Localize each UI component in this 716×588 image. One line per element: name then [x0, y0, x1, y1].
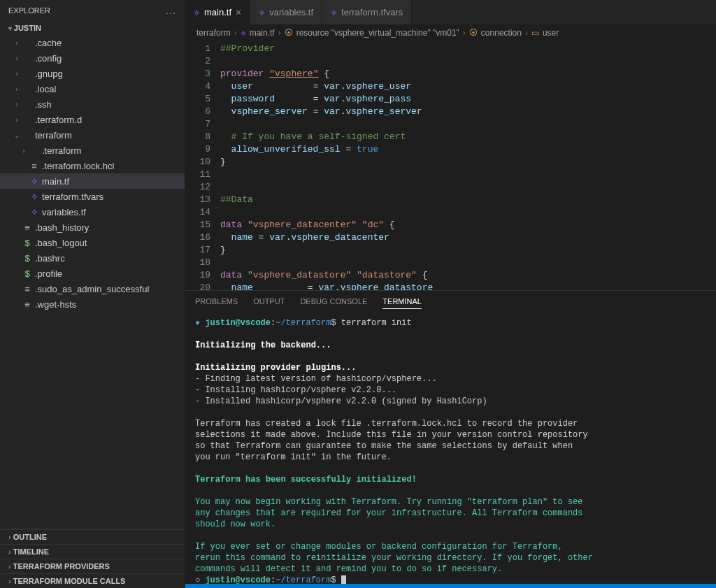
code-line[interactable]: ##Data: [220, 194, 716, 206]
line-number: 17: [185, 244, 210, 257]
panel-tab-debug-console[interactable]: DEBUG CONSOLE: [300, 294, 367, 308]
status-bar[interactable]: [185, 584, 716, 588]
panel-tab-problems[interactable]: PROBLEMS: [195, 294, 238, 308]
code-line[interactable]: [220, 257, 716, 269]
project-name[interactable]: JUSTIN: [0, 21, 185, 35]
tree-item-label: .wget-hsts: [35, 299, 76, 310]
tree-item-bashrc[interactable]: $.bashrc: [0, 250, 185, 266]
tree-item-config[interactable]: ›.config: [0, 50, 185, 66]
tree-item-ssh[interactable]: ›.ssh: [0, 96, 185, 112]
code-line[interactable]: [220, 118, 716, 131]
tree-item-terraformtfvars[interactable]: ⟡terraform.tfvars: [0, 189, 185, 204]
terminal-line: - Finding latest version of hashicorp/vs…: [195, 373, 706, 385]
terminal-line: you run "terraform init" in the future.: [195, 452, 706, 463]
tree-item-label: .gnupg: [35, 69, 63, 79]
breadcrumb-segment[interactable]: terraform: [196, 28, 231, 38]
terraform-icon: ⟡: [28, 206, 41, 217]
sidebar: EXPLORER … JUSTIN ›.cache›.config›.gnupg…: [0, 0, 185, 588]
breadcrumb-segment[interactable]: resource "vsphere_virtual_machine" "vm01…: [296, 28, 459, 38]
sidebar-panel-terraform-providers[interactable]: TERRAFORM PROVIDERS: [0, 559, 185, 573]
breadcrumb-segment[interactable]: main.tf: [250, 28, 275, 38]
code-line[interactable]: password = var.vsphere_pass: [220, 93, 716, 106]
file-icon: ≡: [21, 299, 34, 310]
more-icon[interactable]: …: [165, 4, 176, 17]
tree-item-wget-hsts[interactable]: ≡.wget-hsts: [0, 296, 185, 312]
tree-item-bash_logout[interactable]: $.bash_logout: [0, 235, 185, 250]
code-line[interactable]: # If you have a self-signed cert: [220, 131, 716, 143]
terminal-line: [195, 351, 706, 362]
tree-item-label: .profile: [35, 268, 62, 279]
line-number: 13: [185, 194, 210, 206]
sidebar-panel-timeline[interactable]: TIMELINE: [0, 544, 185, 559]
chevron-icon: ›: [13, 39, 21, 47]
line-number: 6: [185, 106, 210, 118]
code-line[interactable]: allow_unverified_ssl = true: [220, 143, 716, 156]
tree-item-terraform[interactable]: ›.terraform: [0, 143, 185, 158]
line-number: 15: [185, 219, 210, 231]
code-line[interactable]: name = var.vsphere_datacenter: [220, 231, 716, 244]
tree-item-maintf[interactable]: ⟡main.tf: [0, 173, 185, 189]
chevron-icon: ›: [13, 101, 21, 108]
terminal-line: so that Terraform can guarantee to make …: [195, 440, 706, 452]
sidebar-panel-outline[interactable]: OUTLINE: [0, 529, 185, 544]
tab-variables-tf[interactable]: ⟡variables.tf: [250, 0, 322, 24]
tree-item-cache[interactable]: ›.cache: [0, 35, 185, 50]
symbol-variable-icon: ▭: [531, 28, 539, 38]
line-number: 12: [185, 181, 210, 194]
tree-item-bash_history[interactable]: ≡.bash_history: [0, 220, 185, 235]
code-line[interactable]: user = var.vsphere_user: [220, 80, 716, 93]
editor[interactable]: 123456789101112131415161718192021 ##Prov…: [185, 41, 716, 290]
tree-item-terraformd[interactable]: ›.terraform.d: [0, 112, 185, 127]
terminal[interactable]: ● justin@vscode:~/terraform$ terraform i…: [185, 312, 716, 584]
code-line[interactable]: [220, 55, 716, 68]
tree-item-terraform[interactable]: ⌄terraform: [0, 127, 185, 143]
code-line[interactable]: vsphere_server = var.vsphere_server: [220, 106, 716, 118]
line-number: 1: [185, 43, 210, 55]
chevron-icon: ›: [20, 147, 28, 155]
file-tree: ›.cache›.config›.gnupg›.local›.ssh›.terr…: [0, 35, 185, 529]
terminal-line: ● justin@vscode:~/terraform$ terraform i…: [195, 317, 706, 329]
panel-tab-terminal[interactable]: TERMINAL: [382, 294, 422, 309]
tree-item-label: .bash_history: [35, 222, 89, 233]
code-line[interactable]: ##Provider: [220, 43, 716, 55]
prompt-path: ~/terraform: [275, 318, 331, 328]
code-line[interactable]: provider "vsphere" {: [220, 68, 716, 80]
tree-item-profile[interactable]: $.profile: [0, 266, 185, 281]
tree-item-gnupg[interactable]: ›.gnupg: [0, 66, 185, 81]
chevron-icon: ⌄: [13, 131, 21, 139]
line-number: 10: [185, 156, 210, 168]
breadcrumb-segment[interactable]: user: [543, 28, 559, 38]
terminal-line: You may now begin working with Terraform…: [195, 496, 706, 508]
close-icon[interactable]: ×: [236, 7, 241, 18]
terraform-icon: ⟡: [331, 7, 337, 18]
terminal-line: commands will detect it and remind you t…: [195, 564, 706, 575]
file-icon: ≡: [21, 222, 34, 233]
code-line[interactable]: [220, 206, 716, 219]
code-line[interactable]: [220, 168, 716, 181]
sidebar-panel-terraform-module-calls[interactable]: TERRAFORM MODULE CALLS: [0, 573, 185, 588]
tree-item-label: main.tf: [42, 176, 69, 187]
line-number: 9: [185, 143, 210, 156]
code-area[interactable]: ##Provider provider "vsphere" { user = v…: [220, 41, 716, 290]
tree-item-local[interactable]: ›.local: [0, 81, 185, 96]
sidebar-bottom-panels: OUTLINETIMELINETERRAFORM PROVIDERSTERRAF…: [0, 529, 185, 588]
tree-item-sudo_as_admin_successful[interactable]: ≡.sudo_as_admin_successful: [0, 281, 185, 296]
tree-item-terraformlockhcl[interactable]: ≡.terraform.lock.hcl: [0, 158, 185, 173]
code-line[interactable]: data "vsphere_datacenter" "dc" {: [220, 219, 716, 231]
code-line[interactable]: name = var.vsphere_datastore: [220, 282, 716, 290]
file-icon: ≡: [28, 161, 41, 171]
line-number: 20: [185, 282, 210, 290]
breadcrumb-segment[interactable]: connection: [481, 28, 522, 38]
panel-tab-output[interactable]: OUTPUT: [253, 294, 285, 308]
code-line[interactable]: }: [220, 156, 716, 168]
tree-item-variablestf[interactable]: ⟡variables.tf: [0, 204, 185, 220]
chevron-right-icon: ›: [525, 28, 528, 38]
code-line[interactable]: }: [220, 244, 716, 257]
code-line[interactable]: data "vsphere_datastore" "datastore" {: [220, 269, 716, 282]
file-icon: ≡: [21, 284, 34, 294]
terminal-line[interactable]: ○ justin@vscode:~/terraform$: [195, 575, 706, 584]
tab-terraform-tfvars[interactable]: ⟡terraform.tfvars: [322, 0, 412, 24]
code-line[interactable]: [220, 181, 716, 194]
line-number: 11: [185, 168, 210, 181]
tab-main-tf[interactable]: ⟡main.tf×: [185, 0, 250, 24]
